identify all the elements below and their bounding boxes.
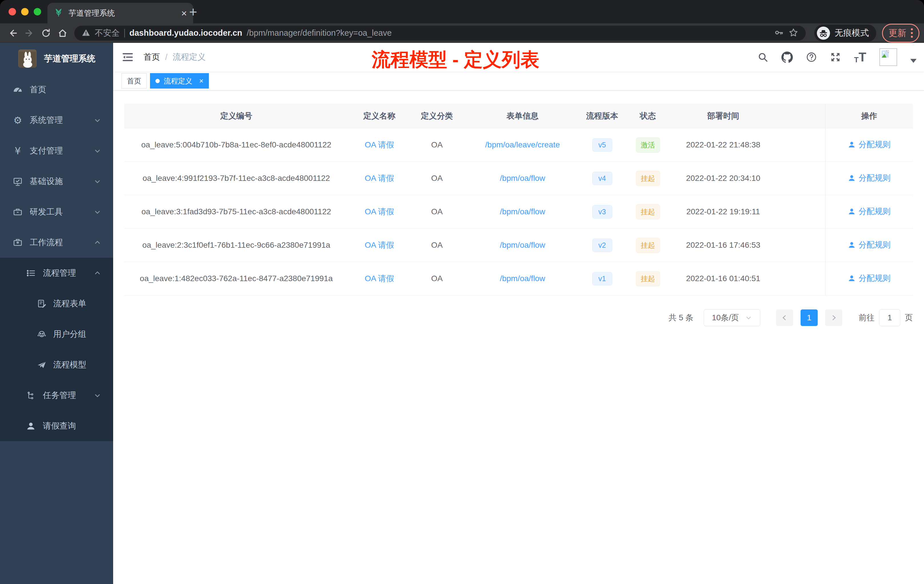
chevron-left-icon bbox=[780, 314, 789, 322]
tab-close-icon[interactable]: × bbox=[181, 8, 187, 18]
bookmark-star-icon[interactable] bbox=[789, 28, 798, 39]
chevron-up-icon bbox=[94, 239, 101, 246]
col-definition-name: 定义名称 bbox=[348, 104, 411, 128]
definition-name-link[interactable]: OA 请假 bbox=[365, 274, 394, 283]
sidebar-item-system[interactable]: ⚙ 系统管理 bbox=[0, 105, 113, 135]
sidebar-item-leave-query[interactable]: 请假查询 bbox=[0, 411, 113, 441]
col-form-info: 表单信息 bbox=[464, 104, 582, 128]
favicon-plant-icon bbox=[54, 8, 63, 18]
help-icon[interactable] bbox=[806, 52, 817, 63]
assign-rule-link[interactable]: 分配规则 bbox=[848, 139, 891, 150]
chevron-down-icon bbox=[94, 147, 101, 155]
goto-page-input[interactable]: 1 bbox=[879, 309, 900, 326]
col-filler bbox=[773, 104, 825, 128]
sidebar-item-task-management[interactable]: 任务管理 bbox=[0, 380, 113, 411]
sidebar-item-payment[interactable]: ¥ 支付管理 bbox=[0, 135, 113, 166]
sidebar-item-process-form[interactable]: 流程表单 bbox=[0, 288, 113, 319]
tag-home[interactable]: 首页 bbox=[121, 73, 147, 89]
sidebar-item-dev-tools[interactable]: 研发工具 bbox=[0, 196, 113, 227]
form-link[interactable]: /bpm/oa/flow bbox=[500, 207, 545, 216]
definition-name-link[interactable]: OA 请假 bbox=[365, 241, 394, 249]
table-header-row: 定义编号 定义名称 定义分类 表单信息 流程版本 状态 部署时间 操作 bbox=[124, 104, 913, 128]
avatar[interactable] bbox=[879, 48, 897, 66]
security-label[interactable]: 不安全 bbox=[95, 27, 120, 39]
pagination: 共 5 条 10条/页 1 前往 1 页 bbox=[124, 309, 913, 326]
minimize-window-button[interactable] bbox=[21, 8, 28, 15]
incognito-label: 无痕模式 bbox=[835, 27, 869, 39]
breadcrumb-home[interactable]: 首页 bbox=[144, 51, 160, 63]
form-link[interactable]: /bpm/oa/flow bbox=[500, 174, 545, 183]
definition-name-link[interactable]: OA 请假 bbox=[365, 174, 394, 183]
assign-rule-link[interactable]: 分配规则 bbox=[848, 173, 891, 183]
paper-plane-icon bbox=[35, 360, 49, 370]
cell-deploy-time: 2022-01-22 19:19:11 bbox=[673, 195, 774, 229]
address-bar[interactable]: 不安全 dashboard.yudao.iocoder.cn /bpm/mana… bbox=[74, 26, 806, 41]
form-link[interactable]: /bpm/oa/flow bbox=[500, 241, 545, 249]
update-label: 更新 bbox=[889, 27, 906, 39]
form-link[interactable]: /bpm/oa/flow bbox=[500, 274, 545, 283]
assign-rule-link[interactable]: 分配规则 bbox=[848, 273, 891, 284]
search-icon[interactable] bbox=[757, 52, 768, 63]
cell-id: oa_leave:1:482ec033-762a-11ec-8477-a2380… bbox=[124, 262, 348, 295]
form-link[interactable]: /bpm/oa/leave/create bbox=[485, 140, 560, 149]
sidebar-item-user-group[interactable]: 用户分组 bbox=[0, 319, 113, 350]
sidebar-item-workflow[interactable]: 工作流程 bbox=[0, 227, 113, 258]
table-row: oa_leave:2:3c1f0ef1-76b1-11ec-9c66-a2380… bbox=[124, 229, 913, 262]
sidebar-item-home[interactable]: 首页 bbox=[0, 74, 113, 105]
forward-icon[interactable] bbox=[21, 28, 38, 38]
cell-category: OA bbox=[411, 229, 464, 262]
chevron-down-icon bbox=[94, 208, 101, 216]
fullscreen-icon[interactable] bbox=[830, 52, 841, 63]
chevron-up-icon bbox=[94, 269, 101, 277]
new-tab-button[interactable]: + bbox=[189, 4, 197, 20]
home-icon[interactable] bbox=[54, 28, 71, 38]
tag-close-icon[interactable]: × bbox=[199, 77, 203, 86]
status-badge: 挂起 bbox=[636, 271, 660, 286]
definition-name-link[interactable]: OA 请假 bbox=[365, 140, 394, 149]
definition-name-link[interactable]: OA 请假 bbox=[365, 207, 394, 216]
next-page-button[interactable] bbox=[825, 309, 842, 326]
back-icon[interactable] bbox=[5, 28, 21, 38]
tag-process-definition[interactable]: 流程定义 × bbox=[150, 73, 209, 89]
workflow-submenu: 流程管理 流程表单 用户分组 bbox=[0, 258, 113, 441]
cell-id: oa_leave:5:004b710b-7b8a-11ec-8ef0-acde4… bbox=[124, 128, 348, 162]
yen-icon: ¥ bbox=[11, 145, 25, 157]
font-size-icon[interactable]: TT bbox=[854, 51, 866, 63]
reload-icon[interactable] bbox=[38, 28, 54, 38]
col-deploy-time: 部署时间 bbox=[673, 104, 774, 128]
table-row: oa_leave:1:482ec033-762a-11ec-8477-a2380… bbox=[124, 262, 913, 295]
goto-unit-label: 页 bbox=[905, 312, 913, 323]
sidebar-item-process-model[interactable]: 流程模型 bbox=[0, 350, 113, 380]
browser-tab[interactable]: 芋道管理系统 × bbox=[48, 3, 193, 23]
table-row: oa_leave:5:004b710b-7b8a-11ec-8ef0-acde4… bbox=[124, 128, 913, 162]
assign-rule-link[interactable]: 分配规则 bbox=[848, 206, 891, 217]
github-icon[interactable] bbox=[781, 51, 793, 63]
page-size-select[interactable]: 10条/页 bbox=[704, 309, 760, 326]
kebab-menu-icon bbox=[911, 28, 913, 38]
version-badge: v5 bbox=[592, 138, 612, 152]
address-divider bbox=[124, 29, 125, 38]
browser-toolbar: 不安全 dashboard.yudao.iocoder.cn /bpm/mana… bbox=[0, 23, 924, 43]
close-window-button[interactable] bbox=[8, 8, 16, 15]
page-1-button[interactable]: 1 bbox=[800, 309, 818, 326]
col-status: 状态 bbox=[622, 104, 673, 128]
incognito-icon bbox=[817, 26, 830, 40]
table-row: oa_leave:3:1fad3d93-7b75-11ec-a3c8-acde4… bbox=[124, 195, 913, 229]
table-row: oa_leave:4:991f2193-7b7f-11ec-a3c8-acde4… bbox=[124, 162, 913, 195]
sidebar-item-process-management[interactable]: 流程管理 bbox=[0, 258, 113, 288]
password-key-icon[interactable] bbox=[774, 28, 784, 39]
breadcrumb: 首页 / 流程定义 bbox=[144, 51, 206, 63]
browser-update-menu-button[interactable]: 更新 bbox=[882, 24, 919, 43]
sidebar-item-infrastructure[interactable]: 基础设施 bbox=[0, 166, 113, 196]
logo-avatar bbox=[18, 49, 36, 68]
avatar-caret-icon[interactable] bbox=[910, 59, 917, 63]
prev-page-button[interactable] bbox=[776, 309, 793, 326]
cell-id: oa_leave:4:991f2193-7b7f-11ec-a3c8-acde4… bbox=[124, 162, 348, 195]
definition-table: 定义编号 定义名称 定义分类 表单信息 流程版本 状态 部署时间 操作 bbox=[124, 104, 913, 295]
chevron-down-icon bbox=[94, 178, 101, 185]
zoom-window-button[interactable] bbox=[34, 8, 41, 15]
security-warning-icon bbox=[82, 28, 90, 38]
hamburger-icon[interactable] bbox=[122, 51, 134, 63]
url-host: dashboard.yudao.iocoder.cn bbox=[129, 28, 242, 38]
assign-rule-link[interactable]: 分配规则 bbox=[848, 239, 891, 250]
